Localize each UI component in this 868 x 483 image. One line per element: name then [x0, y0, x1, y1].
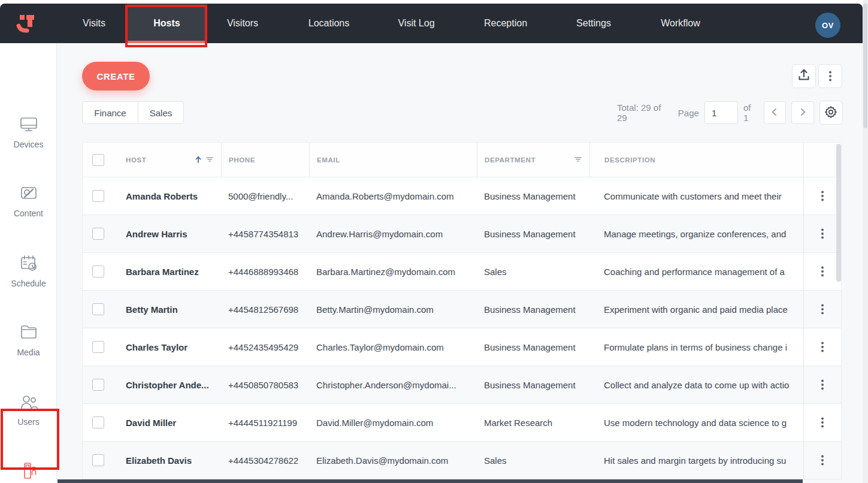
next-page-button[interactable]	[791, 101, 813, 124]
host-name-cell: Andrew Harris	[117, 215, 221, 252]
phone-cell: 5000@friendly...	[221, 177, 309, 215]
nav-item-settings[interactable]: Settings	[576, 4, 611, 43]
table-row[interactable]: Elizabeth Davis+4445304278622Elizabeth.D…	[83, 442, 841, 479]
top-navbar: Visits Hosts Visitors Locations Visit Lo…	[0, 4, 863, 43]
row-checkbox[interactable]	[92, 228, 104, 240]
row-menu-button[interactable]	[814, 225, 831, 242]
row-checkbox[interactable]	[92, 454, 104, 466]
row-menu-button[interactable]	[814, 188, 831, 204]
table-row[interactable]: Betty Martin+4454812567698Betty.Martin@m…	[83, 291, 841, 328]
nav-item-locations[interactable]: Locations	[309, 4, 350, 43]
filter-icon[interactable]	[205, 155, 214, 165]
table-row[interactable]: Amanda Roberts5000@friendly...Amanda.Rob…	[83, 177, 841, 215]
filter-icon[interactable]	[574, 155, 582, 165]
nav-item-visit-log[interactable]: Visit Log	[398, 4, 434, 43]
users-icon	[19, 391, 39, 414]
description-cell: Communicate with customers and meet thei…	[589, 177, 803, 215]
horizontal-scrollbar-thumb[interactable]	[58, 479, 803, 483]
more-actions-button[interactable]	[818, 64, 842, 88]
user-avatar[interactable]: OV	[815, 13, 840, 38]
nav-item-workflow[interactable]: Workflow	[661, 4, 700, 43]
table-scrollbar-thumb[interactable]	[836, 144, 841, 282]
table-settings-button[interactable]	[819, 101, 843, 125]
table-row[interactable]: David Miller+4444511921199David.Miller@m…	[83, 404, 841, 442]
row-menu-button[interactable]	[814, 376, 831, 393]
sort-asc-icon[interactable]	[194, 155, 202, 165]
total-count: Total: 29 of 29	[617, 102, 673, 123]
column-header-host[interactable]: HOST	[117, 143, 221, 177]
nav-item-hosts[interactable]: Hosts	[127, 4, 207, 43]
gear-icon	[824, 105, 838, 121]
create-button[interactable]: CREATE	[82, 62, 150, 90]
pagination-bar: Total: 29 of 29 Page of 1	[617, 101, 843, 125]
phone-cell: +4446888993468	[221, 253, 309, 290]
phone-cell: +4444511921199	[221, 404, 309, 441]
previous-page-button[interactable]	[764, 101, 786, 124]
sidebar-item-check-in[interactable]: Check-in	[0, 461, 57, 483]
folder-icon	[19, 322, 39, 345]
monitor-icon	[19, 114, 39, 137]
column-header-email[interactable]: EMAIL	[309, 143, 477, 177]
table-row[interactable]: Charles Taylor+4452435495429Charles.Tayl…	[83, 328, 841, 366]
window-scrollbar-thumb[interactable]	[863, 4, 867, 128]
row-checkbox[interactable]	[92, 341, 104, 353]
page-number-input[interactable]	[704, 101, 738, 124]
row-menu-button[interactable]	[814, 263, 831, 280]
department-cell: Sales	[477, 253, 589, 290]
department-cell: Business Management	[477, 177, 589, 215]
chevron-left-icon	[769, 107, 780, 119]
host-name-cell: Amanda Roberts	[117, 177, 221, 215]
host-name-cell: Betty Martin	[117, 291, 221, 328]
sidebar-item-content[interactable]: Content	[0, 183, 57, 218]
row-checkbox[interactable]	[92, 379, 104, 391]
table-row[interactable]: Andrew Harris+4458774354813Andrew.Harris…	[83, 215, 841, 253]
nav-item-reception[interactable]: Reception	[484, 4, 527, 43]
sidebar-item-media[interactable]: Media	[0, 322, 57, 357]
row-menu-button[interactable]	[814, 452, 831, 469]
sidebar-item-devices[interactable]: Devices	[0, 114, 57, 149]
kebab-icon	[822, 68, 839, 84]
table-row[interactable]: Barbara Martinez+4446888993468Barbara.Ma…	[83, 253, 841, 291]
description-cell: Experiment with organic and paid media p…	[589, 291, 803, 328]
column-header-department[interactable]: DEPARTMENT	[477, 143, 589, 177]
host-name-cell: David Miller	[117, 404, 221, 441]
email-cell: Christopher.Anderson@mydomai...	[309, 366, 477, 403]
row-checkbox[interactable]	[92, 303, 104, 315]
phone-cell: +4445304278622	[221, 442, 309, 479]
table-body: Amanda Roberts5000@friendly...Amanda.Rob…	[83, 177, 841, 479]
row-checkbox[interactable]	[92, 190, 104, 202]
row-menu-button[interactable]	[814, 301, 831, 318]
brand-logo[interactable]	[13, 11, 38, 37]
department-filter-tabs: Finance Sales	[82, 101, 184, 124]
sidebar-item-users[interactable]: Users	[0, 391, 57, 427]
filter-tab-sales[interactable]: Sales	[138, 101, 184, 124]
phone-cell: +4450850780583	[221, 366, 309, 403]
table-row[interactable]: Christopher Ande...+4450850780583Christo…	[83, 366, 841, 404]
table-header: HOST PHONE EMAIL DEPARTMENT	[83, 143, 841, 177]
column-header-description[interactable]: DESCRIPTION	[589, 143, 803, 177]
host-name-cell: Elizabeth Davis	[117, 442, 221, 479]
kiosk-icon	[19, 461, 39, 483]
nav-item-visitors[interactable]: Visitors	[227, 4, 258, 43]
email-cell: David.Miller@mydomain.com	[309, 404, 477, 441]
row-menu-button[interactable]	[814, 414, 831, 431]
email-cell: Amanda.Roberts@mydomain.com	[309, 177, 477, 215]
select-all-checkbox[interactable]	[92, 154, 104, 166]
row-checkbox[interactable]	[92, 265, 104, 277]
email-cell: Elizabeth.Davis@mydomain.com	[309, 442, 477, 479]
description-cell: Formulate plans in terms of business cha…	[589, 328, 803, 366]
row-checkbox[interactable]	[92, 416, 104, 428]
phone-cell: +4458774354813	[221, 215, 309, 252]
phone-cell: +4454812567698	[221, 291, 309, 328]
department-cell: Business Management	[477, 328, 589, 366]
nav-item-visits[interactable]: Visits	[83, 4, 105, 43]
column-header-phone[interactable]: PHONE	[221, 143, 309, 177]
row-menu-button[interactable]	[814, 339, 831, 355]
sidebar-item-schedule[interactable]: Schedule	[0, 253, 57, 288]
export-icon	[797, 68, 811, 84]
page-of-label: of 1	[743, 102, 758, 123]
filter-tab-finance[interactable]: Finance	[82, 101, 138, 124]
export-button[interactable]	[792, 64, 816, 88]
page-label: Page	[678, 108, 699, 118]
email-cell: Charles.Taylor@mydomain.com	[309, 328, 477, 366]
